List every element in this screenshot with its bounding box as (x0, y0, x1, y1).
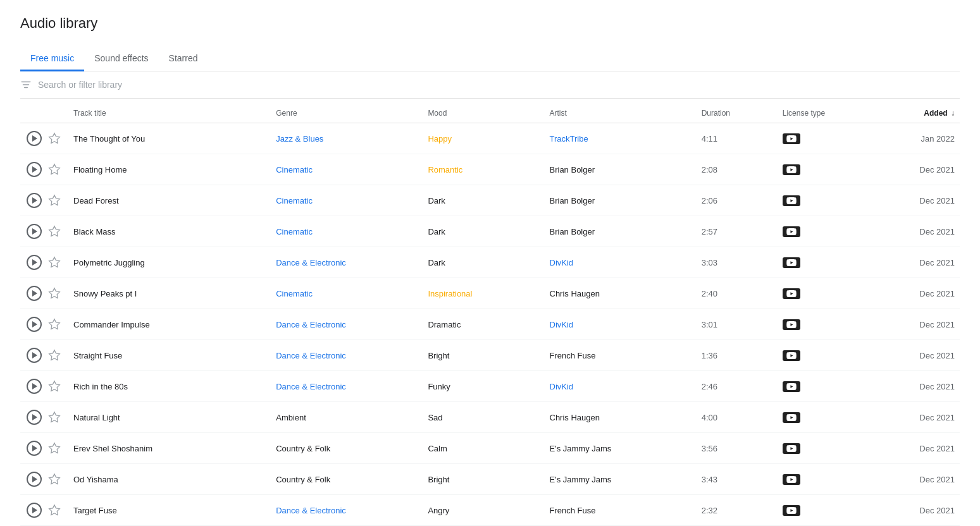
svg-marker-23 (49, 443, 60, 453)
track-license[interactable] (778, 123, 879, 154)
track-genre[interactable]: Jazz & Blues (271, 123, 423, 154)
star-button[interactable] (46, 346, 63, 364)
search-input[interactable] (38, 80, 960, 90)
youtube-license-button[interactable] (783, 412, 800, 423)
track-license[interactable] (778, 464, 879, 495)
track-artist: French Fuse (545, 340, 697, 371)
star-button[interactable] (46, 315, 63, 333)
play-button[interactable] (25, 346, 43, 364)
track-genre[interactable]: Cinematic (271, 278, 423, 309)
play-icon (27, 131, 42, 146)
track-genre[interactable]: Dance & Electronic (271, 340, 423, 371)
youtube-license-button[interactable] (783, 226, 800, 237)
star-button[interactable] (46, 223, 63, 240)
track-duration: 4:00 (697, 402, 778, 433)
track-license[interactable] (778, 247, 879, 278)
track-title: Snowy Peaks pt I (68, 278, 271, 309)
youtube-license-button[interactable] (783, 443, 800, 454)
track-license[interactable] (778, 371, 879, 402)
play-button[interactable] (25, 223, 43, 240)
tab-free-music[interactable]: Free music (20, 47, 84, 71)
track-title: The Thought of You (68, 123, 271, 154)
play-button[interactable] (25, 161, 43, 178)
youtube-license-button[interactable] (783, 288, 800, 299)
genre-link[interactable]: Dance & Electronic (276, 258, 346, 267)
table-row: Straight FuseDance & ElectronicBrightFre… (20, 340, 960, 371)
play-button[interactable] (25, 315, 43, 333)
star-button[interactable] (46, 161, 63, 178)
table-row: Commander ImpulseDance & ElectronicDrama… (20, 309, 960, 340)
genre-link[interactable]: Cinematic (276, 227, 313, 236)
play-button[interactable] (25, 284, 43, 302)
track-duration: 2:06 (697, 185, 778, 216)
track-artist[interactable]: TrackTribe (545, 123, 697, 154)
track-license[interactable] (778, 216, 879, 247)
track-genre[interactable]: Dance & Electronic (271, 309, 423, 340)
track-license[interactable] (778, 154, 879, 185)
tab-sound-effects[interactable]: Sound effects (84, 47, 158, 71)
track-artist[interactable]: DivKid (545, 309, 697, 340)
youtube-license-button[interactable] (783, 164, 800, 175)
track-mood: Happy (423, 123, 544, 154)
tab-starred[interactable]: Starred (159, 47, 208, 71)
youtube-license-button[interactable] (783, 350, 800, 361)
star-button[interactable] (46, 192, 63, 209)
col-header-added[interactable]: Added ↓ (879, 104, 960, 123)
track-artist: Brian Bolger (545, 216, 697, 247)
track-license[interactable] (778, 185, 879, 216)
star-button[interactable] (46, 284, 63, 302)
star-button[interactable] (46, 470, 63, 488)
track-added: Dec 2021 (879, 433, 960, 464)
play-button[interactable] (25, 408, 43, 426)
play-button[interactable] (25, 192, 43, 209)
youtube-license-button[interactable] (783, 319, 800, 330)
genre-link[interactable]: Cinematic (276, 196, 313, 205)
track-genre[interactable]: Cinematic (271, 216, 423, 247)
star-button[interactable] (46, 377, 63, 395)
youtube-license-button[interactable] (783, 474, 800, 485)
track-genre[interactable]: Cinematic (271, 154, 423, 185)
genre-link[interactable]: Dance & Electronic (276, 351, 346, 360)
genre-link[interactable]: Cinematic (276, 289, 313, 298)
track-genre[interactable]: Dance & Electronic (271, 247, 423, 278)
track-mood: Funky (423, 371, 544, 402)
track-genre[interactable]: Cinematic (271, 185, 423, 216)
youtube-license-button[interactable] (783, 505, 800, 516)
genre-link[interactable]: Dance & Electronic (276, 320, 346, 329)
artist-link[interactable]: DivKid (550, 382, 574, 391)
play-button[interactable] (25, 254, 43, 271)
star-button[interactable] (46, 439, 63, 457)
youtube-license-button[interactable] (783, 381, 800, 392)
star-button[interactable] (46, 254, 63, 271)
track-license[interactable] (778, 278, 879, 309)
play-button[interactable] (25, 377, 43, 395)
youtube-license-button[interactable] (783, 133, 800, 144)
artist-link[interactable]: DivKid (550, 258, 574, 267)
track-license[interactable] (778, 309, 879, 340)
track-mood: Dark (423, 216, 544, 247)
star-button[interactable] (46, 408, 63, 426)
play-button[interactable] (25, 501, 43, 519)
star-button[interactable] (46, 130, 63, 147)
genre-link[interactable]: Dance & Electronic (276, 382, 346, 391)
youtube-license-button[interactable] (783, 195, 800, 206)
play-button[interactable] (25, 470, 43, 488)
artist-link[interactable]: DivKid (550, 320, 574, 329)
genre-link[interactable]: Cinematic (276, 165, 313, 174)
youtube-license-button[interactable] (783, 257, 800, 268)
artist-link[interactable]: TrackTribe (550, 134, 588, 144)
play-button[interactable] (25, 439, 43, 457)
track-license[interactable] (778, 340, 879, 371)
track-title: Od Yishama (68, 464, 271, 495)
track-license[interactable] (778, 495, 879, 526)
genre-link[interactable]: Dance & Electronic (276, 506, 346, 515)
genre-link[interactable]: Jazz & Blues (276, 134, 323, 144)
star-button[interactable] (46, 501, 63, 519)
track-genre[interactable]: Dance & Electronic (271, 371, 423, 402)
track-artist[interactable]: DivKid (545, 247, 697, 278)
track-license[interactable] (778, 433, 879, 464)
track-license[interactable] (778, 402, 879, 433)
play-button[interactable] (25, 130, 43, 147)
track-genre[interactable]: Dance & Electronic (271, 495, 423, 526)
track-artist[interactable]: DivKid (545, 371, 697, 402)
